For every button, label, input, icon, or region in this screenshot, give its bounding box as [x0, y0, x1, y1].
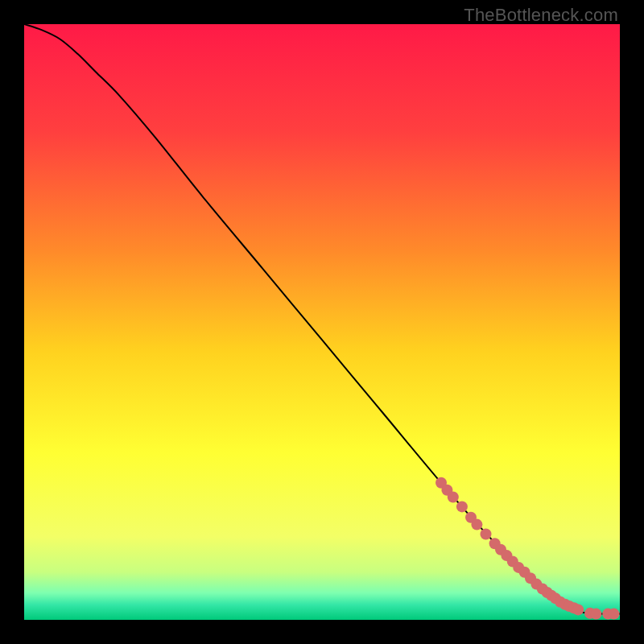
plot-background — [24, 24, 620, 620]
marker-point — [609, 609, 620, 620]
chart-plot — [24, 24, 620, 620]
chart-frame: TheBottleneck.com — [0, 0, 644, 644]
marker-point — [456, 501, 468, 512]
marker-point — [590, 609, 601, 620]
marker-point — [481, 528, 492, 539]
marker-point — [572, 604, 584, 615]
marker-point — [471, 519, 482, 530]
marker-point — [448, 492, 459, 503]
watermark-text: TheBottleneck.com — [464, 5, 618, 26]
